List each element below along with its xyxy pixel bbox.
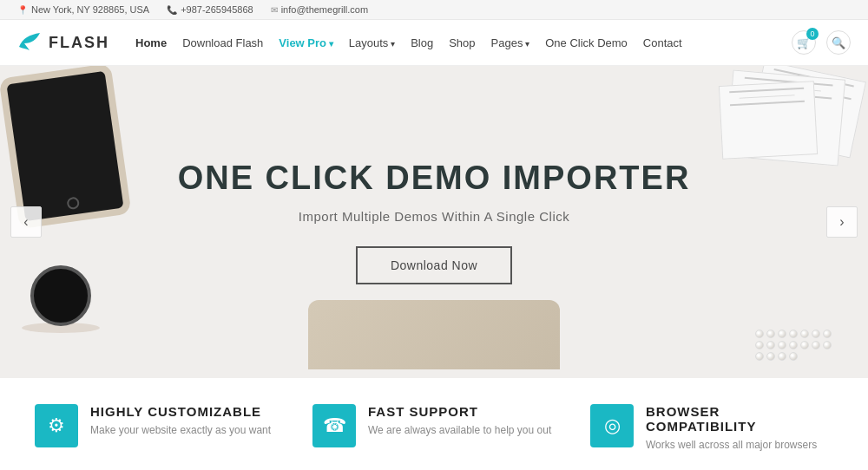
logo-bird-icon [17,31,42,54]
feature-title-customizable: HIGHLY CUSTOMIZABLE [90,404,271,419]
hero-section: ‹ ONE CLICK DEMO IMPORTER Import Multipl… [0,66,868,378]
arrow-left-icon: ‹ [23,214,28,230]
feature-highly-customizable: ⚙ HIGHLY CUSTOMIZABLE Make your website … [17,404,295,453]
deco-laptop [304,300,564,378]
feature-title-compat: BROWSER COMPATIBILITY [646,404,833,434]
compat-icon-box: ◎ [590,404,634,447]
email-item: ✉ info@themegrill.com [271,4,368,15]
nav-download-flash[interactable]: Download Flash [182,36,263,49]
feature-browser-compat: ◎ BROWSER COMPATIBILITY Works well acros… [573,404,851,453]
hero-subtitle: Import Multiple Demos Within A Single Cl… [178,209,691,224]
nav-one-click-demo[interactable]: One Click Demo [545,36,628,49]
feature-desc-customizable: Make your website exactly as you want [90,422,271,438]
feature-fast-support: ☎ FAST SUPPORT We are always available t… [295,404,573,453]
arrow-right-icon: › [839,214,844,230]
search-button[interactable]: 🔍 [826,30,851,55]
cart-button[interactable]: 🛒 0 [792,30,816,55]
feature-title-support: FAST SUPPORT [368,404,551,419]
phone-icon: 📞 [167,5,177,15]
hero-content: ONE CLICK DEMO IMPORTER Import Multiple … [161,142,708,302]
support-icon-box: ☎ [312,404,356,447]
slider-prev-button[interactable]: ‹ [10,206,42,238]
features-section: ⚙ HIGHLY CUSTOMIZABLE Make your website … [0,378,868,461]
top-bar: 📍 New York, NY 928865, USA 📞 +987-265945… [0,0,868,20]
phone-text: +987-265945868 [181,4,253,15]
header-icons: 🛒 0 🔍 [792,30,851,55]
email-icon: ✉ [271,5,278,15]
phone-item: 📞 +987-265945868 [167,4,253,15]
slider-next-button[interactable]: › [826,206,858,238]
nav-blog[interactable]: Blog [411,36,433,49]
nav-home[interactable]: Home [135,36,167,49]
nav-view-pro[interactable]: View Pro [279,36,332,49]
logo-text: FLASH [49,34,109,52]
deco-coffee [17,265,104,369]
feature-desc-compat: Works well across all major browsers [646,437,833,453]
feature-text-support: FAST SUPPORT We are always available to … [368,404,551,438]
email-text: info@themegrill.com [281,4,368,15]
nav-pages[interactable]: Pages [491,36,530,49]
nav-contact[interactable]: Contact [643,36,682,49]
header: FLASH Home Download Flash View Pro Layou… [0,20,868,66]
main-nav: Home Download Flash View Pro Layouts Blo… [135,36,792,49]
cart-badge: 0 [806,28,819,40]
location-text: New York, NY 928865, USA [31,4,149,15]
deco-pearls [755,330,842,361]
location-icon: 📍 [17,5,28,15]
nav-shop[interactable]: Shop [449,36,475,49]
feature-text-compat: BROWSER COMPATIBILITY Works well across … [646,404,833,453]
logo[interactable]: FLASH [17,31,109,54]
feature-desc-support: We are always available to help you out [368,422,551,438]
download-now-button[interactable]: Download Now [356,246,512,284]
nav-layouts[interactable]: Layouts [349,36,395,49]
location-item: 📍 New York, NY 928865, USA [17,4,149,15]
gear-icon: ⚙ [48,415,65,437]
browser-icon: ◎ [604,415,621,437]
feature-text-customizable: HIGHLY CUSTOMIZABLE Make your website ex… [90,404,271,438]
phone-support-icon: ☎ [323,415,346,437]
customizable-icon-box: ⚙ [35,404,78,447]
hero-title: ONE CLICK DEMO IMPORTER [178,160,691,197]
